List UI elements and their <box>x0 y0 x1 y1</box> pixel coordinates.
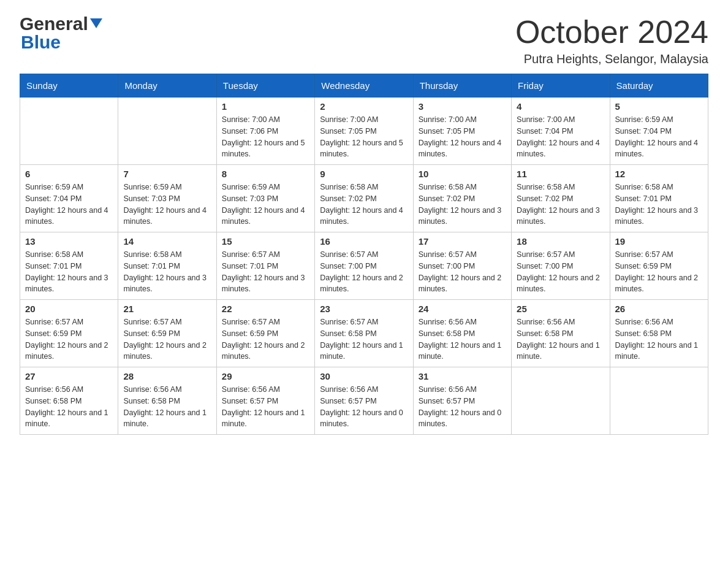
day-number: 8 <box>222 169 309 179</box>
day-number: 31 <box>419 371 506 381</box>
month-title: October 2024 <box>515 15 708 50</box>
calendar-cell: 27Sunrise: 6:56 AMSunset: 6:58 PMDayligh… <box>20 367 118 435</box>
calendar-cell: 7Sunrise: 6:59 AMSunset: 7:03 PMDaylight… <box>118 165 216 232</box>
calendar-cell: 23Sunrise: 6:57 AMSunset: 6:58 PMDayligh… <box>315 300 413 367</box>
day-number: 14 <box>123 236 211 247</box>
calendar-cell: 31Sunrise: 6:56 AMSunset: 6:57 PMDayligh… <box>413 367 511 435</box>
calendar-cell: 3Sunrise: 7:00 AMSunset: 7:05 PMDaylight… <box>413 98 511 165</box>
day-info: Sunrise: 6:56 AMSunset: 6:58 PMDaylight:… <box>123 384 211 430</box>
calendar-cell: 26Sunrise: 6:56 AMSunset: 6:58 PMDayligh… <box>610 300 708 367</box>
calendar-cell: 24Sunrise: 6:56 AMSunset: 6:58 PMDayligh… <box>413 300 511 367</box>
day-number: 12 <box>615 169 703 179</box>
calendar-cell: 19Sunrise: 6:57 AMSunset: 6:59 PMDayligh… <box>610 232 708 300</box>
day-number: 29 <box>222 371 309 381</box>
calendar-day-header: Wednesday <box>315 74 413 98</box>
calendar-table: SundayMondayTuesdayWednesdayThursdayFrid… <box>20 74 708 435</box>
day-number: 30 <box>320 371 408 381</box>
calendar-cell: 6Sunrise: 6:59 AMSunset: 7:04 PMDaylight… <box>20 165 118 232</box>
day-info: Sunrise: 7:00 AMSunset: 7:05 PMDaylight:… <box>419 114 506 160</box>
day-number: 20 <box>25 304 113 314</box>
calendar-cell: 13Sunrise: 6:58 AMSunset: 7:01 PMDayligh… <box>20 232 118 300</box>
day-info: Sunrise: 6:59 AMSunset: 7:04 PMDaylight:… <box>615 114 703 160</box>
page-header: General Blue October 2024 Putra Heights,… <box>20 15 708 66</box>
calendar-week-row: 6Sunrise: 6:59 AMSunset: 7:04 PMDaylight… <box>20 165 708 232</box>
calendar-cell: 20Sunrise: 6:57 AMSunset: 6:59 PMDayligh… <box>20 300 118 367</box>
calendar-day-header: Saturday <box>610 74 708 98</box>
location-title: Putra Heights, Selangor, Malaysia <box>515 52 708 66</box>
day-number: 11 <box>517 169 604 179</box>
day-info: Sunrise: 6:58 AMSunset: 7:02 PMDaylight:… <box>419 182 506 228</box>
day-info: Sunrise: 6:57 AMSunset: 6:59 PMDaylight:… <box>615 249 703 295</box>
day-info: Sunrise: 6:56 AMSunset: 6:58 PMDaylight:… <box>615 316 703 362</box>
day-number: 26 <box>615 304 703 314</box>
day-info: Sunrise: 6:58 AMSunset: 7:01 PMDaylight:… <box>25 249 113 295</box>
calendar-cell: 16Sunrise: 6:57 AMSunset: 7:00 PMDayligh… <box>315 232 413 300</box>
day-number: 1 <box>222 101 309 112</box>
calendar-header-row: SundayMondayTuesdayWednesdayThursdayFrid… <box>20 74 708 98</box>
day-info: Sunrise: 7:00 AMSunset: 7:04 PMDaylight:… <box>517 114 604 160</box>
day-number: 15 <box>222 236 309 247</box>
calendar-week-row: 13Sunrise: 6:58 AMSunset: 7:01 PMDayligh… <box>20 232 708 300</box>
logo-blue-text: Blue <box>20 33 104 52</box>
calendar-cell: 4Sunrise: 7:00 AMSunset: 7:04 PMDaylight… <box>512 98 610 165</box>
day-info: Sunrise: 6:57 AMSunset: 6:59 PMDaylight:… <box>222 316 309 362</box>
day-info: Sunrise: 6:57 AMSunset: 7:00 PMDaylight:… <box>419 249 506 295</box>
day-number: 25 <box>517 304 604 314</box>
calendar-cell: 25Sunrise: 6:56 AMSunset: 6:58 PMDayligh… <box>512 300 610 367</box>
calendar-cell: 28Sunrise: 6:56 AMSunset: 6:58 PMDayligh… <box>118 367 216 435</box>
day-info: Sunrise: 6:58 AMSunset: 7:02 PMDaylight:… <box>517 182 604 228</box>
logo: General Blue <box>20 15 104 52</box>
logo-general-text: General <box>20 15 88 33</box>
day-info: Sunrise: 6:57 AMSunset: 7:01 PMDaylight:… <box>222 249 309 295</box>
calendar-cell <box>610 367 708 435</box>
calendar-day-header: Friday <box>512 74 610 98</box>
calendar-cell: 9Sunrise: 6:58 AMSunset: 7:02 PMDaylight… <box>315 165 413 232</box>
calendar-cell: 11Sunrise: 6:58 AMSunset: 7:02 PMDayligh… <box>512 165 610 232</box>
day-info: Sunrise: 6:56 AMSunset: 6:57 PMDaylight:… <box>419 384 506 430</box>
calendar-cell: 5Sunrise: 6:59 AMSunset: 7:04 PMDaylight… <box>610 98 708 165</box>
day-info: Sunrise: 6:56 AMSunset: 6:58 PMDaylight:… <box>25 384 113 430</box>
calendar-cell: 30Sunrise: 6:56 AMSunset: 6:57 PMDayligh… <box>315 367 413 435</box>
calendar-cell: 10Sunrise: 6:58 AMSunset: 7:02 PMDayligh… <box>413 165 511 232</box>
day-number: 3 <box>419 101 506 112</box>
calendar-cell: 8Sunrise: 6:59 AMSunset: 7:03 PMDaylight… <box>216 165 314 232</box>
calendar-cell: 21Sunrise: 6:57 AMSunset: 6:59 PMDayligh… <box>118 300 216 367</box>
day-number: 2 <box>320 101 408 112</box>
day-info: Sunrise: 6:59 AMSunset: 7:03 PMDaylight:… <box>222 182 309 228</box>
day-info: Sunrise: 6:56 AMSunset: 6:57 PMDaylight:… <box>320 384 408 430</box>
day-number: 23 <box>320 304 408 314</box>
day-number: 18 <box>517 236 604 247</box>
calendar-day-header: Monday <box>118 74 216 98</box>
day-info: Sunrise: 6:58 AMSunset: 7:02 PMDaylight:… <box>320 182 408 228</box>
day-number: 22 <box>222 304 309 314</box>
day-info: Sunrise: 6:59 AMSunset: 7:04 PMDaylight:… <box>25 182 113 228</box>
day-number: 9 <box>320 169 408 179</box>
calendar-day-header: Tuesday <box>216 74 314 98</box>
calendar-cell: 22Sunrise: 6:57 AMSunset: 6:59 PMDayligh… <box>216 300 314 367</box>
day-number: 10 <box>419 169 506 179</box>
day-number: 21 <box>123 304 211 314</box>
calendar-day-header: Sunday <box>20 74 118 98</box>
calendar-day-header: Thursday <box>413 74 511 98</box>
day-info: Sunrise: 7:00 AMSunset: 7:06 PMDaylight:… <box>222 114 309 160</box>
day-info: Sunrise: 6:56 AMSunset: 6:58 PMDaylight:… <box>419 316 506 362</box>
calendar-week-row: 27Sunrise: 6:56 AMSunset: 6:58 PMDayligh… <box>20 367 708 435</box>
day-number: 13 <box>25 236 113 247</box>
calendar-cell: 1Sunrise: 7:00 AMSunset: 7:06 PMDaylight… <box>216 98 314 165</box>
calendar-week-row: 20Sunrise: 6:57 AMSunset: 6:59 PMDayligh… <box>20 300 708 367</box>
calendar-cell: 18Sunrise: 6:57 AMSunset: 7:00 PMDayligh… <box>512 232 610 300</box>
day-info: Sunrise: 7:00 AMSunset: 7:05 PMDaylight:… <box>320 114 408 160</box>
day-info: Sunrise: 6:56 AMSunset: 6:58 PMDaylight:… <box>517 316 604 362</box>
day-info: Sunrise: 6:57 AMSunset: 6:59 PMDaylight:… <box>123 316 211 362</box>
day-number: 28 <box>123 371 211 381</box>
day-info: Sunrise: 6:57 AMSunset: 7:00 PMDaylight:… <box>320 249 408 295</box>
calendar-cell: 17Sunrise: 6:57 AMSunset: 7:00 PMDayligh… <box>413 232 511 300</box>
day-number: 6 <box>25 169 113 179</box>
day-number: 19 <box>615 236 703 247</box>
day-info: Sunrise: 6:58 AMSunset: 7:01 PMDaylight:… <box>123 249 211 295</box>
calendar-cell: 14Sunrise: 6:58 AMSunset: 7:01 PMDayligh… <box>118 232 216 300</box>
day-number: 27 <box>25 371 113 381</box>
day-info: Sunrise: 6:57 AMSunset: 6:59 PMDaylight:… <box>25 316 113 362</box>
day-number: 24 <box>419 304 506 314</box>
day-info: Sunrise: 6:57 AMSunset: 7:00 PMDaylight:… <box>517 249 604 295</box>
